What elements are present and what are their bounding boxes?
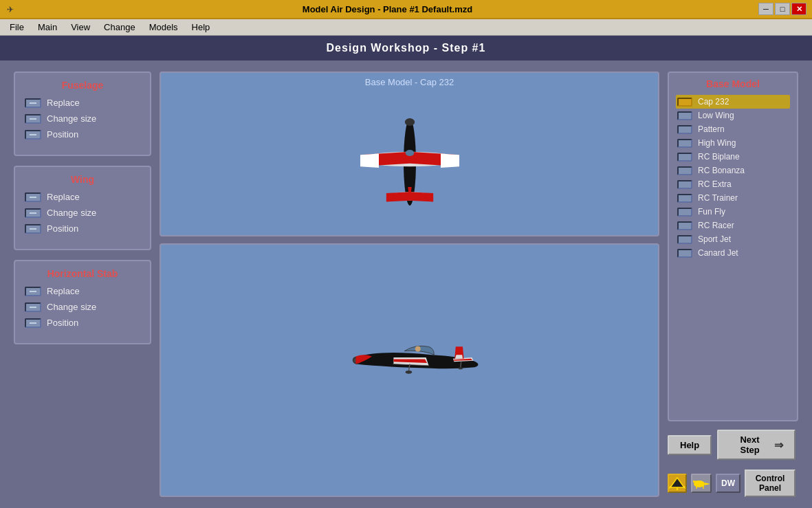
plane-front-icon-button[interactable] [668,474,687,493]
model-item-rc-extra[interactable]: RC Extra [676,177,790,191]
svg-marker-20 [455,355,463,359]
fuselage-replace-icon [25,98,41,108]
fuselage-changesize-button[interactable]: Change size [25,113,140,124]
menu-help[interactable]: Help [185,21,217,34]
svg-marker-10 [410,192,433,201]
plane-side-view [161,245,658,475]
svg-line-31 [684,486,685,489]
minimize-button[interactable]: ─ [758,3,773,15]
dw-button[interactable]: DW [716,474,740,493]
model-item-pattern[interactable]: Pattern [676,122,790,136]
fuselage-position-button[interactable]: Position [25,129,140,140]
model-icon-cap232 [677,98,692,107]
top-preview: Base Model - Cap 232 [160,71,659,236]
top-preview-label: Base Model - Cap 232 [161,73,658,91]
svg-line-30 [669,486,670,489]
model-icon-canard-jet [677,249,692,258]
fuselage-changesize-icon [25,114,41,124]
wing-replace-icon [25,192,41,202]
wing-position-button[interactable]: Position [25,223,140,234]
menu-models[interactable]: Models [142,21,185,34]
horiz-stab-changesize-icon [25,302,41,312]
title-bar: ✈ Model Air Design - Plane #1 Default.mz… [0,0,812,19]
wing-title: Wing [25,174,140,185]
model-icon-low-wing [677,111,692,120]
plane-top-view [161,91,658,233]
model-icon-rc-racer [677,221,692,230]
window-controls: ─ □ ✕ [758,3,806,15]
model-list-box: Base Model Cap 232 Low Wing Pattern High… [668,71,798,421]
wing-replace-button[interactable]: Replace [25,192,140,202]
control-panel-button[interactable]: Control Panel [745,470,795,497]
model-item-low-wing[interactable]: Low Wing [676,109,790,122]
horiz-stab-title: Horizontal Stab [25,268,140,279]
model-item-cap232[interactable]: Cap 232 [676,95,790,109]
menu-main[interactable]: Main [31,21,64,34]
bottom-preview [160,243,659,497]
close-button[interactable]: ✕ [791,3,806,15]
window-title: Model Air Design - Plane #1 Default.mzd [17,4,758,14]
svg-text:✈: ✈ [7,5,14,14]
model-item-sport-jet[interactable]: Sport Jet [676,232,790,246]
main-content: Fuselage Replace Change size Position Wi… [0,60,812,508]
horiz-stab-changesize-label: Change size [47,302,96,312]
svg-marker-7 [441,153,459,168]
model-item-high-wing[interactable]: High Wing [676,136,790,150]
menu-view[interactable]: View [64,21,97,34]
next-step-button[interactable]: Next Step ⇒ [717,430,795,460]
wing-position-icon [25,224,41,234]
model-icon-fun-fly [677,208,692,217]
left-panel: Fuselage Replace Change size Position Wi… [14,71,151,497]
model-list-title: Base Model [676,78,790,89]
model-label-rc-bonanza: RC Bonanza [698,166,745,175]
model-item-rc-biplane[interactable]: RC Biplane [676,150,790,164]
model-label-sport-jet: Sport Jet [698,234,731,244]
next-step-arrow-icon: ⇒ [774,439,783,452]
restore-button[interactable]: □ [775,3,790,15]
fuselage-replace-label: Replace [47,98,80,108]
model-label-fun-fly: Fun Fly [698,207,725,217]
horiz-stab-replace-label: Replace [47,286,80,296]
svg-point-12 [404,118,414,126]
horiz-stab-replace-button[interactable]: Replace [25,286,140,296]
horiz-stab-changesize-button[interactable]: Change size [25,302,140,312]
svg-point-26 [458,367,462,369]
wing-replace-label: Replace [47,192,80,202]
svg-marker-33 [705,483,710,485]
fuselage-position-label: Position [47,129,78,140]
model-icon-pattern [677,125,692,134]
wing-position-label: Position [47,223,78,234]
svg-marker-9 [386,192,409,201]
center-panel: Base Model - Cap 232 [160,71,659,497]
wing-changesize-icon [25,208,41,218]
model-label-rc-trainer: RC Trainer [698,193,738,203]
horiz-stab-position-button[interactable]: Position [25,318,140,328]
model-item-rc-trainer[interactable]: RC Trainer [676,191,790,205]
model-label-high-wing: High Wing [698,138,736,148]
fuselage-position-icon [25,130,41,140]
help-button[interactable]: Help [668,435,712,455]
model-icon-high-wing [677,139,692,148]
fuselage-changesize-label: Change size [47,113,96,124]
menu-file[interactable]: File [3,21,31,34]
fuselage-replace-button[interactable]: Replace [25,98,140,108]
fuselage-section: Fuselage Replace Change size Position [14,71,151,156]
model-item-rc-bonanza[interactable]: RC Bonanza [676,164,790,177]
svg-point-27 [415,346,420,351]
model-item-fun-fly[interactable]: Fun Fly [676,205,790,219]
model-icon-rc-trainer [677,194,692,203]
bottom-action-bar: Help Next Step ⇒ [668,430,798,460]
model-item-canard-jet[interactable]: Canard Jet [676,246,790,260]
model-label-rc-racer: RC Racer [698,221,734,230]
horiz-stab-position-label: Position [47,318,78,328]
model-label-canard-jet: Canard Jet [698,248,738,258]
plane-side-icon-button[interactable] [691,474,712,493]
model-label-rc-extra: RC Extra [698,179,732,189]
model-item-rc-racer[interactable]: RC Racer [676,219,790,232]
wing-changesize-label: Change size [47,208,96,218]
svg-point-11 [405,150,414,156]
wing-changesize-button[interactable]: Change size [25,208,140,218]
svg-line-25 [460,362,461,367]
next-step-label: Next Step [729,434,770,455]
menu-change[interactable]: Change [97,21,142,34]
